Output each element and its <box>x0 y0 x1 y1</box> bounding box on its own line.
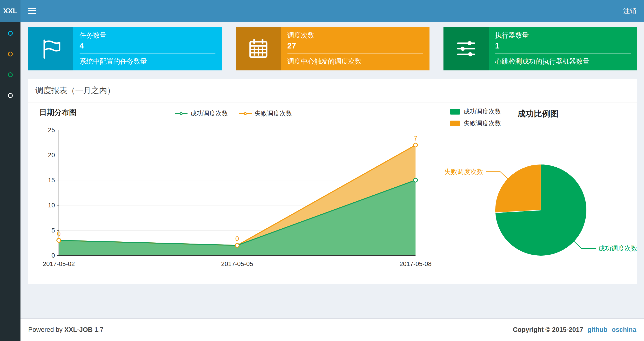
flag-icon <box>28 27 73 70</box>
report-panel: 调度报表（一月之内） 日期分布图 成功调度次数失败调度次数 0510152025… <box>28 79 637 284</box>
info-box-description: 调度中心触发的调度次数 <box>287 57 423 66</box>
panel-body: 日期分布图 成功调度次数失败调度次数 05101520252017-05-022… <box>28 103 637 284</box>
github-link[interactable]: github <box>588 326 607 333</box>
app-logo[interactable]: XXL <box>0 0 20 22</box>
svg-text:2017-05-08: 2017-05-08 <box>400 260 432 267</box>
sidebar-item-circle-icon[interactable] <box>8 93 13 98</box>
svg-text:失败调度次数: 失败调度次数 <box>444 168 483 175</box>
legend-label: 成功调度次数 <box>464 107 501 116</box>
info-box-body: 任务数量 4 系统中配置的任务数量 <box>73 27 222 70</box>
sidebar-item-circle-icon[interactable] <box>8 52 13 57</box>
info-box-value: 1 <box>495 41 631 50</box>
svg-text:10: 10 <box>48 202 55 209</box>
oschina-link[interactable]: oschina <box>612 326 636 333</box>
copyright-text: Copyright © 2015-2017 <box>513 326 583 333</box>
info-box-divider <box>80 54 216 54</box>
footer-copyright: Copyright © 2015-2017 github oschina <box>513 326 636 333</box>
info-box-divider <box>287 54 423 54</box>
info-box-value: 27 <box>287 41 423 50</box>
pie-legend-item[interactable]: 成功调度次数 <box>450 107 501 116</box>
success-ratio-chart: 成功调度次数失败调度次数 成功比例图 成功调度次数失败调度次数 <box>448 104 636 282</box>
svg-text:7: 7 <box>414 135 417 142</box>
line-legend-item[interactable]: 失败调度次数 <box>239 109 292 118</box>
powered-by-text: Powered by <box>28 326 63 333</box>
sidebar-item-circle-icon[interactable] <box>8 72 13 77</box>
svg-text:2017-05-02: 2017-05-02 <box>43 260 75 267</box>
line-chart-canvas[interactable]: 05101520252017-05-022017-05-052017-05-08… <box>36 120 422 270</box>
info-box-body: 执行器数量 1 心跳检测成功的执行器机器数量 <box>489 27 637 70</box>
legend-label: 成功调度次数 <box>190 109 228 118</box>
svg-text:0: 0 <box>57 230 60 237</box>
svg-text:20: 20 <box>48 151 55 159</box>
sidebar <box>0 22 20 341</box>
main-footer: Powered by XXL-JOB 1.7 Copyright © 2015-… <box>20 318 644 341</box>
info-box-executors: 执行器数量 1 心跳检测成功的执行器机器数量 <box>444 27 637 70</box>
info-box-description: 心跳检测成功的执行器机器数量 <box>495 57 631 66</box>
info-box-value: 4 <box>80 41 216 50</box>
pie-chart-title: 成功比例图 <box>518 108 558 119</box>
app-root: XXL 注销 运行报表 任务调度中心 任务 <box>0 0 644 341</box>
legend-line-marker-icon <box>239 113 252 114</box>
brand-name: XXL-JOB <box>64 326 92 333</box>
date-distribution-chart: 日期分布图 成功调度次数失败调度次数 05101520252017-05-022… <box>36 104 431 282</box>
sliders-icon <box>444 27 489 70</box>
info-box-description: 系统中配置的任务数量 <box>80 57 216 66</box>
top-header: XXL 注销 <box>0 0 644 22</box>
svg-text:5: 5 <box>52 227 55 234</box>
pie-chart-canvas[interactable]: 成功调度次数失败调度次数 <box>448 121 636 285</box>
sidebar-item-circle-icon[interactable] <box>8 31 13 36</box>
svg-text:0: 0 <box>235 235 239 242</box>
info-box-triggers: 调度次数 27 调度中心触发的调度次数 <box>236 27 430 70</box>
legend-line-marker-icon <box>175 113 188 114</box>
footer-powered-by: Powered by XXL-JOB 1.7 <box>28 326 104 333</box>
info-box-title: 任务数量 <box>80 31 216 40</box>
top-navbar: 注销 <box>20 0 644 22</box>
info-box-row: 任务数量 4 系统中配置的任务数量 <box>28 27 637 70</box>
info-box-body: 调度次数 27 调度中心触发的调度次数 <box>281 27 430 70</box>
svg-text:2017-05-05: 2017-05-05 <box>221 260 253 267</box>
info-box-title: 执行器数量 <box>495 31 631 40</box>
legend-label: 失败调度次数 <box>254 109 292 118</box>
svg-text:25: 25 <box>48 126 55 134</box>
svg-text:成功调度次数: 成功调度次数 <box>598 245 638 252</box>
content-area: 运行报表 任务调度中心 任务数量 4 系统中配置的任务数量 <box>20 0 644 284</box>
hamburger-icon[interactable] <box>28 8 36 14</box>
svg-text:0: 0 <box>52 252 55 259</box>
version-text: 1.7 <box>94 326 104 333</box>
panel-title: 调度报表（一月之内） <box>28 79 637 103</box>
svg-text:15: 15 <box>48 177 55 184</box>
info-box-title: 调度次数 <box>287 31 423 40</box>
logout-link[interactable]: 注销 <box>623 7 636 15</box>
calendar-icon <box>236 27 281 70</box>
legend-swatch-icon <box>450 109 460 115</box>
info-box-jobs: 任务数量 4 系统中配置的任务数量 <box>28 27 222 70</box>
line-legend-item[interactable]: 成功调度次数 <box>175 109 228 118</box>
line-chart-legend: 成功调度次数失败调度次数 <box>36 109 431 118</box>
info-box-divider <box>495 54 631 54</box>
